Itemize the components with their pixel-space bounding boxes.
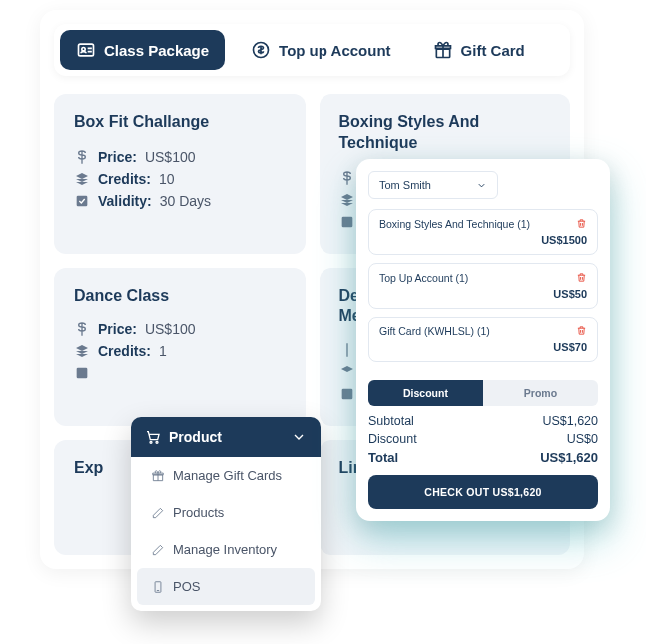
svg-rect-0 <box>79 44 94 56</box>
delete-icon[interactable] <box>576 272 587 286</box>
credits-row: Credits: 10 <box>74 171 286 187</box>
edit-icon <box>151 543 165 557</box>
gift-icon <box>151 469 165 483</box>
price-row: Price: US$100 <box>74 149 286 165</box>
device-icon <box>151 580 165 594</box>
tab-top-up[interactable]: Top up Account <box>235 30 406 70</box>
cart-icon <box>145 429 161 445</box>
subtotal-row: SubtotalUS$1,620 <box>368 414 598 428</box>
price-row: Price: US$100 <box>74 322 286 337</box>
total-row: TotalUS$1,620 <box>368 450 598 465</box>
menu-item-pos[interactable]: POS <box>137 568 315 605</box>
svg-rect-3 <box>77 195 88 206</box>
tab-gift-card[interactable]: Gift Card <box>417 30 541 70</box>
cart-line-item: Boxing Styles And Technique (1) US$1500 <box>368 209 598 255</box>
svg-point-7 <box>150 441 152 443</box>
check-square-icon <box>339 214 355 230</box>
gift-icon <box>433 40 453 60</box>
tab-label: Gift Card <box>461 42 525 59</box>
product-menu: Product Manage Gift Cards Products Manag… <box>131 417 321 611</box>
chevron-down-icon <box>476 180 487 191</box>
layers-icon <box>339 364 355 380</box>
edit-icon <box>151 506 165 520</box>
credits-row: Credits: 1 <box>74 343 286 359</box>
discount-promo-toggle: Discount Promo <box>368 380 598 406</box>
segment-promo[interactable]: Promo <box>483 380 598 406</box>
id-card-icon <box>76 40 96 60</box>
dollar-icon <box>339 170 355 186</box>
product-title: Dance Class <box>74 286 286 307</box>
svg-rect-6 <box>341 389 352 400</box>
delete-icon[interactable] <box>576 218 587 232</box>
check-square-icon <box>74 365 90 381</box>
segment-discount[interactable]: Discount <box>368 380 483 406</box>
svg-rect-5 <box>77 368 88 379</box>
checkout-button[interactable]: CHECK OUT US$1,620 <box>368 475 598 509</box>
dollar-circle-icon <box>251 40 271 60</box>
check-square-icon <box>74 193 90 209</box>
menu-header[interactable]: Product <box>131 417 321 457</box>
chevron-down-icon <box>291 429 307 445</box>
svg-point-8 <box>156 441 158 443</box>
user-select[interactable]: Tom Smith <box>368 171 498 199</box>
cart-panel: Tom Smith Boxing Styles And Technique (1… <box>356 159 610 521</box>
svg-rect-4 <box>341 216 352 227</box>
validity-row: Validity: 30 Days <box>74 193 286 209</box>
product-card[interactable]: Box Fit Challange Price: US$100 Credits:… <box>54 94 306 254</box>
delete-icon[interactable] <box>576 325 587 339</box>
menu-item-gift-cards[interactable]: Manage Gift Cards <box>137 457 315 494</box>
cart-line-item: Top Up Account (1) US$50 <box>368 263 598 309</box>
product-title: Box Fit Challange <box>74 112 286 133</box>
check-square-icon <box>339 386 355 402</box>
dollar-icon <box>74 322 90 337</box>
totals: SubtotalUS$1,620 DiscountUS$0 TotalUS$1,… <box>368 414 598 465</box>
menu-item-products[interactable]: Products <box>137 494 315 531</box>
menu-item-inventory[interactable]: Manage Inventory <box>137 531 315 568</box>
discount-row: DiscountUS$0 <box>368 432 598 446</box>
product-card[interactable]: Dance Class Price: US$100 Credits: 1 <box>54 268 306 427</box>
svg-point-1 <box>82 48 85 51</box>
tab-class-package[interactable]: Class Package <box>60 30 225 70</box>
tab-label: Top up Account <box>279 42 390 59</box>
tab-bar: Class Package Top up Account Gift Card <box>54 24 570 76</box>
layers-icon <box>74 171 90 187</box>
product-title: Boxing Styles And Technique <box>339 112 551 154</box>
layers-icon <box>74 343 90 359</box>
tab-label: Class Package <box>104 42 209 59</box>
cart-line-item: Gift Card (KWHLSL) (1) US$70 <box>368 317 598 362</box>
dollar-icon <box>339 342 355 358</box>
layers-icon <box>339 192 355 208</box>
dollar-icon <box>74 149 90 165</box>
